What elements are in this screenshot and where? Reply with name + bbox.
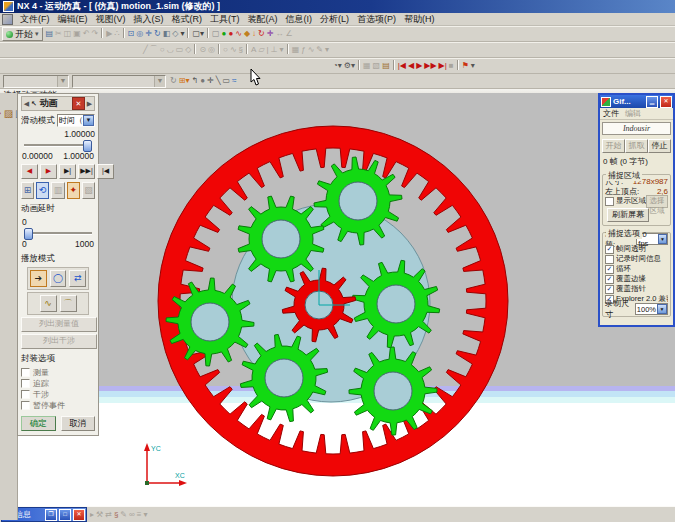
menu-item-8[interactable]: 信息(I) — [282, 14, 317, 24]
menu-item-2[interactable]: 编辑(E) — [54, 14, 92, 24]
child-window-icon[interactable] — [2, 14, 13, 25]
planet-gear-3-hub[interactable] — [191, 303, 229, 341]
graphics-canvas[interactable]: YCXC — [17, 93, 675, 506]
planet-gear-6-hub[interactable] — [377, 285, 415, 323]
delay-slider[interactable] — [23, 228, 93, 238]
restore-icon[interactable]: ❐ — [45, 509, 57, 521]
rotate-view-icon[interactable]: ↻ — [153, 29, 162, 38]
time-slider[interactable] — [23, 140, 93, 150]
pause-event-checkbox[interactable] — [21, 401, 30, 410]
close-icon[interactable]: ✕ — [72, 97, 85, 110]
planet-gear-4-hub[interactable] — [265, 359, 303, 397]
articulation-icon[interactable]: ∿ — [40, 295, 57, 312]
cover-edges-checkbox[interactable]: ✓ — [605, 275, 614, 284]
environment-dropdown[interactable]: ◔▾ — [332, 61, 343, 70]
record-time-checkbox[interactable] — [605, 255, 614, 264]
capture-animation-icon[interactable]: ⟲ — [36, 182, 49, 199]
designed-frame-ff-button[interactable]: ▶▶| — [78, 164, 95, 179]
tab-prev-icon[interactable]: ◀ — [22, 100, 31, 108]
play-loop-icon[interactable]: ◯ — [50, 270, 67, 287]
rectangle-select-icon[interactable]: ▭ — [222, 76, 232, 85]
menu-item-5[interactable]: 格式(R) — [168, 14, 207, 24]
snap-point-dropdown[interactable]: ⊞▾ — [178, 76, 191, 85]
menu-item-4[interactable]: 插入(S) — [130, 14, 168, 24]
select-line-icon[interactable]: ╲ — [215, 76, 222, 85]
step-back-button[interactable]: ◀ — [21, 164, 38, 179]
ok-button[interactable]: 确定 — [21, 416, 56, 431]
grab-frame-button[interactable]: 抓取 — [625, 139, 648, 153]
select-cross-icon[interactable]: ✛ — [206, 76, 215, 85]
trace-checkbox[interactable] — [21, 379, 30, 388]
lasso-select-icon[interactable]: ≈ — [231, 76, 237, 85]
curve-rule-icon[interactable]: ↰ — [190, 76, 199, 85]
menu-item-9[interactable]: 分析(L) — [316, 14, 353, 24]
close-icon[interactable]: ✕ — [660, 96, 672, 108]
menu-item-1[interactable]: 文件(F) — [16, 14, 54, 24]
minimize-icon[interactable]: ▁ — [646, 96, 658, 108]
list-interference-button[interactable]: 列出干涉 — [21, 334, 97, 349]
slide-mode-combo[interactable]: 时间（秒） ▼ — [57, 114, 95, 127]
flag-icon[interactable]: ⚑ — [461, 61, 470, 70]
planet-gear-5-hub[interactable] — [374, 372, 412, 410]
export-animation-icon[interactable]: ⊞ — [21, 182, 34, 199]
view-orient-dropdown[interactable]: ▾ — [179, 29, 185, 38]
menu-item-7[interactable]: 装配(A) — [244, 14, 282, 24]
show-area-checkbox[interactable] — [605, 197, 614, 206]
step-forward-button[interactable]: ▶ — [40, 164, 57, 179]
new-simulation-icon[interactable]: ▢ — [211, 29, 221, 38]
selection-filter-combo[interactable]: ▼ — [3, 75, 69, 88]
menu-item-6[interactable]: 工具(T) — [206, 14, 244, 24]
shaded-view-icon[interactable]: ◧ — [162, 29, 172, 38]
playback-dropdown[interactable]: ▾ — [470, 61, 476, 70]
close-icon[interactable]: ✕ — [73, 509, 85, 521]
render-style-dropdown[interactable]: ▢▾ — [191, 29, 205, 38]
maximize-icon[interactable]: □ — [59, 509, 71, 521]
planet-gear-1-hub[interactable] — [339, 182, 377, 220]
zoom-icon[interactable]: ◎ — [135, 29, 144, 38]
animation-spreadsheet-icon[interactable]: ▤ — [381, 61, 391, 70]
spring-icon[interactable]: ∿ — [234, 29, 243, 38]
designed-frame-forward-button[interactable]: ▶| — [59, 164, 76, 179]
delay-slider-thumb[interactable] — [24, 228, 33, 240]
damper-icon[interactable]: ◆ — [243, 29, 251, 38]
start-record-button[interactable]: 开始 — [602, 139, 625, 153]
play-swing-icon[interactable]: ⇄ — [69, 270, 86, 287]
time-slider-thumb[interactable] — [83, 140, 92, 152]
cancel-button[interactable]: 取消 — [61, 416, 96, 431]
refresh-screen-button[interactable]: 刷新屏幕 — [607, 208, 649, 222]
record-size-combo[interactable]: 100%▼ — [635, 303, 668, 315]
interference-checkbox[interactable] — [21, 390, 30, 399]
menu-item-11[interactable]: 帮助(H) — [400, 14, 439, 24]
selection-scope-combo[interactable]: ▼ — [72, 75, 166, 88]
trace-current-icon[interactable]: ✦ — [67, 182, 80, 199]
torque-icon[interactable]: ↻ — [257, 29, 266, 38]
measure-checkbox[interactable] — [21, 368, 30, 377]
fit-view-icon[interactable]: ⊡ — [127, 29, 136, 38]
fast-forward-icon[interactable]: ▶▶ — [423, 61, 437, 70]
planet-gear-2-hub[interactable] — [262, 220, 300, 258]
joint-motion-icon[interactable]: ⌒ — [60, 295, 77, 312]
tab-next-icon[interactable]: ▶ — [85, 100, 94, 108]
save-icon[interactable]: ▤ — [45, 29, 55, 38]
select-ball-icon[interactable]: ● — [199, 76, 206, 85]
first-frame-icon[interactable]: |◀ — [397, 61, 407, 70]
tab-animation[interactable]: ↖ 动画 — [31, 97, 72, 110]
gif-menu-edit[interactable]: 编辑 — [625, 108, 641, 119]
last-frame-icon[interactable]: ▶| — [438, 61, 448, 70]
refresh-filter-icon[interactable]: ↻ — [169, 76, 178, 85]
pan-icon[interactable]: ✛ — [144, 29, 153, 38]
frame-transparency-checkbox[interactable]: ✓ — [605, 245, 614, 254]
select-area-button[interactable]: 选择区域 — [646, 195, 668, 208]
cover-pointer-checkbox[interactable]: ✓ — [605, 285, 614, 294]
menu-item-3[interactable]: 视图(V) — [92, 14, 130, 24]
play-once-icon[interactable]: ➔ — [30, 270, 47, 287]
loop-checkbox[interactable]: ✓ — [605, 265, 614, 274]
stop-record-button[interactable]: 停止 — [648, 139, 671, 153]
palette-icon[interactable]: ▨ — [3, 108, 14, 119]
designed-frame-back-button[interactable]: |◀ — [97, 164, 114, 179]
list-measure-button[interactable]: 列出测量值 — [21, 317, 97, 332]
gif-menu-file[interactable]: 文件 — [603, 108, 619, 119]
step-back-icon[interactable]: ◀ — [407, 61, 415, 70]
start-app-button[interactable]: 开始 ▾ — [2, 27, 43, 41]
solution-dropdown[interactable]: ⚙▾ — [343, 61, 356, 70]
